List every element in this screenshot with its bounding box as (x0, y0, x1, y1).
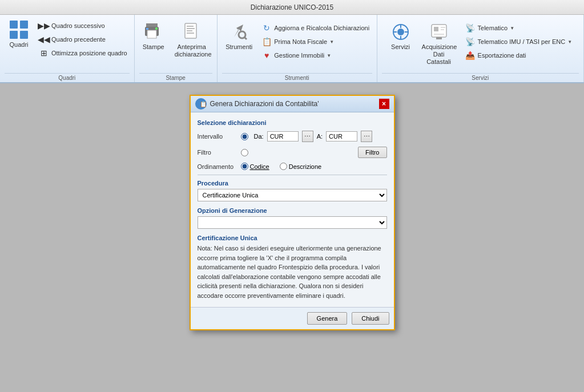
selezione-header: Selezione dichiarazioni (198, 119, 387, 126)
dialog-title-area: 📋 Genera Dichiarazioni da Contabilita' (195, 98, 319, 110)
quadro-precedente-btn[interactable]: ◀◀ Quadro precedente (37, 33, 130, 46)
aggiorna-ricalcola-btn[interactable]: ↻ Aggiorna e Ricalcola Dichiarazioni (259, 22, 372, 34)
svg-rect-24 (441, 27, 445, 28)
da-label: Da: (254, 133, 264, 140)
servizi-group-label: Servizi (382, 73, 579, 81)
svg-rect-12 (187, 30, 192, 31)
telematico-btn[interactable]: 📡 Telematico ▼ (463, 22, 575, 34)
procedura-select[interactable]: Certificazione Unica (198, 189, 387, 201)
dialog-close-btn[interactable]: × (379, 99, 389, 109)
aggiorna-label: Aggiorna e Ricalcola Dichiarazioni (274, 25, 369, 31)
descrizione-radio-label: Descrizione (280, 163, 321, 170)
a-input[interactable] (326, 131, 357, 142)
gestione-immobili-arrow: ▼ (327, 53, 331, 58)
svg-rect-22 (432, 25, 446, 37)
procedura-section: Procedura Certificazione Unica (198, 180, 387, 201)
intervallo-label: Intervallo (198, 133, 237, 140)
acquisizione-btn-label: Acquisizione Dati Catastali (422, 43, 456, 66)
genera-btn[interactable]: Genera (307, 312, 348, 325)
prima-nota-arrow: ▼ (329, 39, 334, 45)
note-section: Certificazione Unica Nota: Nel caso si d… (198, 235, 387, 300)
esportazione-btn[interactable]: 📤 Esportazione dati (463, 49, 575, 62)
ottimizza-label: Ottimizza posizione quadro (51, 50, 127, 56)
ribbon-group-stampe: Stampe Anteprima dichiarazione stampe (135, 15, 218, 82)
esportazione-icon: 📤 (465, 50, 476, 60)
divider-1 (198, 175, 387, 175)
quadro-successivo-icon: ▶▶ (39, 21, 49, 31)
telematico-imu-btn[interactable]: 📡 Telematico IMU / TASI per ENC ▼ (463, 35, 575, 48)
dialog-body: Selezione dichiarazioni Intervallo Da: ⋯… (191, 112, 394, 307)
ribbon-group-servizi: Servizi Acquisizione Dati Catastali (377, 15, 584, 82)
opzioni-section: Opzioni di Generazione (198, 207, 387, 229)
opzioni-select[interactable] (198, 216, 387, 229)
dialog-titlebar: 📋 Genera Dichiarazioni da Contabilita' × (191, 96, 394, 112)
servizi-btn[interactable]: Servizi (386, 19, 415, 53)
quadri-btn-label: Quadri (9, 41, 28, 49)
svg-rect-6 (147, 30, 156, 38)
procedura-label: Procedura (198, 180, 387, 187)
codice-radio-label: Codice (241, 163, 269, 170)
strumenti-group-label: Strumenti (222, 73, 372, 81)
gestione-immobili-label: Gestione Immobili (274, 52, 324, 59)
anteprima-btn[interactable]: Anteprima dichiarazione (171, 19, 212, 60)
filtro-row: Filtro Filtro (198, 147, 387, 158)
svg-rect-23 (434, 27, 438, 31)
acquisizione-btn[interactable]: Acquisizione Dati Catastali (418, 19, 460, 68)
codice-radio[interactable] (241, 163, 248, 170)
descrizione-radio[interactable] (280, 163, 287, 170)
ribbon-group-quadri: Quadri ▶▶ Quadro successivo ◀◀ Quadro pr… (0, 15, 135, 82)
filtro-btn[interactable]: Filtro (358, 147, 386, 158)
gestione-immobili-btn[interactable]: ♥ Gestione Immobili ▼ (259, 49, 372, 62)
filtro-radio[interactable] (241, 149, 248, 156)
a-label: A: (317, 133, 323, 140)
quadro-successivo-btn[interactable]: ▶▶ Quadro successivo (37, 19, 130, 32)
chiudi-btn[interactable]: Chiudi (352, 312, 389, 325)
intervallo-row: Intervallo Da: ⋯ A: ⋯ (198, 131, 387, 142)
a-browse-btn[interactable]: ⋯ (361, 131, 372, 142)
telematico-icon: 📡 (465, 23, 476, 33)
note-text: Nota: Nel caso si desideri eseguire ulte… (198, 244, 387, 300)
telematico-imu-label: Telematico IMU / TASI per ENC (478, 38, 566, 45)
svg-rect-1 (20, 21, 28, 29)
stampe-btn-label: Stampe (143, 43, 164, 51)
servizi-icon (390, 22, 411, 42)
descrizione-label: Descrizione (289, 163, 321, 170)
gestione-immobili-icon: ♥ (261, 50, 272, 60)
ottimizza-btn[interactable]: ⊞ Ottimizza posizione quadro (37, 47, 130, 59)
acquisizione-icon (429, 22, 449, 42)
ordinamento-row: Ordinamento Codice Descrizione (198, 163, 387, 170)
prima-nota-label: Prima Nota Fiscale (274, 38, 327, 45)
dialog: 📋 Genera Dichiarazioni da Contabilita' ×… (190, 95, 395, 330)
quadri-large-btn[interactable]: Quadri (5, 17, 33, 51)
strumenti-btn[interactable]: Strumenti (222, 19, 256, 53)
main-content: 📋 Genera Dichiarazioni da Contabilita' ×… (0, 83, 584, 392)
servizi-btn-label: Servizi (391, 43, 410, 51)
svg-point-8 (155, 27, 158, 30)
da-input[interactable] (267, 131, 299, 142)
quadri-icon (9, 19, 29, 40)
da-browse-btn[interactable]: ⋯ (302, 131, 313, 142)
opzioni-label: Opzioni di Generazione (198, 207, 387, 214)
svg-rect-0 (10, 21, 18, 29)
svg-rect-27 (436, 37, 442, 39)
svg-rect-25 (441, 29, 444, 30)
aggiorna-icon: ↻ (261, 23, 272, 33)
dialog-title-text: Genera Dichiarazioni da Contabilita' (210, 100, 319, 108)
stampe-group-label: stampe (139, 73, 212, 81)
dialog-footer: Genera Chiudi (191, 307, 394, 329)
intervallo-radio[interactable] (241, 133, 248, 140)
svg-rect-28 (195, 102, 200, 106)
stampe-icon (143, 22, 164, 42)
title-bar: Dichiarazione UNICO-2015 (0, 0, 584, 15)
anteprima-icon (182, 22, 202, 42)
window-title: Dichiarazione UNICO-2015 (251, 3, 333, 11)
telematico-label: Telematico (478, 25, 508, 31)
svg-rect-13 (187, 33, 194, 34)
strumenti-btn-label: Strumenti (225, 43, 252, 51)
prima-nota-btn[interactable]: 📋 Prima Nota Fiscale ▼ (259, 35, 372, 48)
quadro-precedente-label: Quadro precedente (51, 36, 106, 43)
codice-label: Codice (250, 163, 269, 170)
stampe-btn[interactable]: Stampe (139, 19, 168, 53)
ordinamento-label: Ordinamento (198, 163, 237, 170)
prima-nota-icon: 📋 (261, 37, 272, 47)
